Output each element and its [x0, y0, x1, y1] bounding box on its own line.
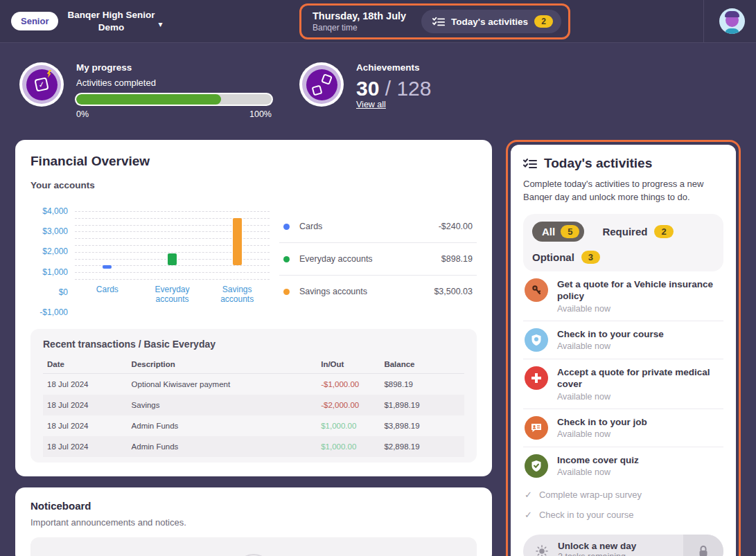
legend-label: Everyday accounts	[299, 254, 432, 264]
nav-right	[703, 0, 745, 42]
list-item[interactable]: Check in to your job Available now	[523, 409, 723, 447]
legend-value: $3,500.03	[434, 287, 473, 296]
list-item[interactable]: Accept a quote for private medical cover…	[523, 359, 723, 409]
tx-inout: -$1,000.00	[317, 374, 380, 395]
tx-balance: $3,898.19	[380, 415, 464, 436]
legend-row-everyday: Everyday accounts $898.19	[279, 242, 477, 275]
activity-status: Available now	[557, 304, 722, 314]
check-icon: ✓	[525, 490, 532, 500]
tx-inout: $1,000.00	[317, 415, 380, 436]
activities-count-badge: 2	[534, 15, 553, 28]
activity-status: Available now	[557, 467, 639, 477]
list-item[interactable]: Get a quote for a Vehicle insurance poli…	[523, 271, 723, 321]
filter-count-badge: 3	[581, 251, 600, 264]
accounts-bar-chart: $4,000$3,000$2,000$1,000$0-$1,000 CardsE…	[30, 206, 270, 312]
activity-title: Check in to your course	[557, 328, 664, 341]
column-header-inout: In/Out	[317, 355, 380, 374]
legend-label: Savings accounts	[299, 287, 424, 296]
filter-label: Optional	[532, 251, 574, 263]
activity-title: Accept a quote for private medical cover	[557, 366, 722, 391]
completed-activity: ✓ Check in to your course	[523, 505, 723, 525]
unlock-subtitle: 2 tasks remaining	[558, 552, 636, 556]
activity-status: Available now	[557, 392, 722, 402]
progress-title: My progress	[76, 62, 272, 73]
chart-plot	[75, 211, 270, 279]
column-header-date: Date	[43, 355, 128, 374]
medical-cross-icon	[525, 366, 548, 390]
list-item[interactable]: Check in to your course Available now	[523, 321, 723, 359]
legend-dot	[283, 256, 290, 262]
tx-balance: $2,898.19	[380, 436, 464, 457]
completed-label: Complete wrap-up survey	[539, 490, 642, 500]
user-avatar[interactable]	[719, 8, 745, 34]
tx-inout: $1,000.00	[317, 436, 380, 457]
achievements-block: Achievements 30 / 128 View all	[299, 62, 431, 119]
todays-activities-button[interactable]: Today's activities 2	[421, 10, 561, 33]
tx-date: 18 Jul 2024	[43, 374, 128, 395]
filter-optional[interactable]: Optional 3	[532, 251, 600, 264]
key-icon	[525, 278, 548, 302]
checklist-icon	[523, 158, 537, 170]
chevron-down-icon[interactable]: ▾	[158, 19, 162, 29]
transactions-table: Date Description In/Out Balance 18 Jul 2…	[43, 355, 464, 457]
progress-bar	[76, 94, 272, 105]
classroom-switcher[interactable]: Banqer High Senior Demo	[67, 9, 155, 33]
check-icon: ✓	[525, 510, 532, 520]
noticeboard-subtitle: Important announcements and notices.	[30, 517, 477, 528]
nav-divider	[703, 0, 704, 42]
unlock-title: Unlock a new day	[558, 541, 636, 551]
table-row: 18 Jul 2024 Admin Funds $1,000.00 $3,898…	[43, 415, 464, 436]
tx-description: Optional Kiwisaver payment	[128, 374, 317, 395]
progress-fill	[76, 94, 221, 105]
view-all-link[interactable]: View all	[356, 100, 431, 109]
table-row: 18 Jul 2024 Savings -$2,000.00 $1,898.19	[43, 395, 464, 415]
filter-all[interactable]: All 5	[532, 222, 584, 242]
unlock-new-day-button[interactable]: Unlock a new day 2 tasks remaining	[523, 535, 723, 556]
activity-status: Available now	[557, 341, 664, 351]
chat-person-icon	[525, 416, 548, 440]
todays-activities-label: Today's activities	[451, 17, 528, 27]
left-column: Financial Overview Your accounts $4,000$…	[15, 140, 492, 556]
table-row: 18 Jul 2024 Admin Funds $1,000.00 $2,898…	[43, 436, 464, 457]
legend-label: Cards	[299, 222, 429, 231]
filter-count-badge: 2	[654, 225, 673, 238]
progress-min-label: 0%	[76, 109, 89, 119]
tx-description: Savings	[128, 395, 317, 415]
filter-required[interactable]: Required 2	[602, 225, 673, 238]
financial-overview-title: Financial Overview	[30, 154, 477, 169]
sun-icon	[536, 545, 548, 556]
tx-description: Admin Funds	[128, 436, 317, 457]
activity-filters: All 5 Required 2 Optional 3	[523, 214, 723, 271]
tx-date: 18 Jul 2024	[43, 415, 128, 436]
filter-label: Required	[602, 226, 647, 237]
financial-overview-card: Financial Overview Your accounts $4,000$…	[15, 140, 492, 476]
achievements-count: 30 / 128	[356, 78, 431, 100]
filter-count-badge: 5	[561, 225, 579, 238]
chart-y-axis: $4,000$3,000$2,000$1,000$0-$1,000	[30, 211, 72, 312]
date-subtitle: Banqer time	[313, 23, 406, 33]
role-badge: Senior	[11, 12, 58, 30]
legend-value: $898.19	[441, 254, 473, 264]
table-row: 18 Jul 2024 Optional Kiwisaver payment -…	[43, 374, 464, 395]
completed-label: Check in to your course	[539, 510, 634, 520]
tx-date: 18 Jul 2024	[43, 395, 128, 415]
filter-label: All	[542, 226, 555, 237]
recent-transactions: Recent transactions / Basic Everyday Dat…	[30, 329, 477, 463]
column-header-description: Description	[128, 355, 317, 374]
noticeboard-card: Noticeboard Important announcements and …	[15, 487, 492, 556]
activity-status: Available now	[557, 429, 647, 439]
noticeboard-empty-state	[30, 537, 477, 556]
progress-badge-icon: ✓	[19, 62, 64, 107]
chart-legend: Cards -$240.00 Everyday accounts $898.19…	[279, 206, 477, 312]
top-nav: Senior Banqer High Senior Demo ▾ Thursda…	[0, 0, 756, 43]
activity-title: Income cover quiz	[557, 454, 639, 467]
list-item[interactable]: Income cover quiz Available now	[523, 447, 723, 485]
right-column: Today's activities Complete today's acti…	[506, 140, 741, 556]
main-content: Financial Overview Your accounts $4,000$…	[0, 136, 756, 556]
shield-badge-icon	[525, 328, 548, 352]
tx-date: 18 Jul 2024	[43, 436, 128, 457]
progress-max-label: 100%	[249, 109, 272, 119]
date-title: Thursday, 18th July	[313, 10, 406, 21]
transactions-title: Recent transactions / Basic Everyday	[43, 339, 464, 350]
tx-balance: $1,898.19	[380, 395, 464, 415]
